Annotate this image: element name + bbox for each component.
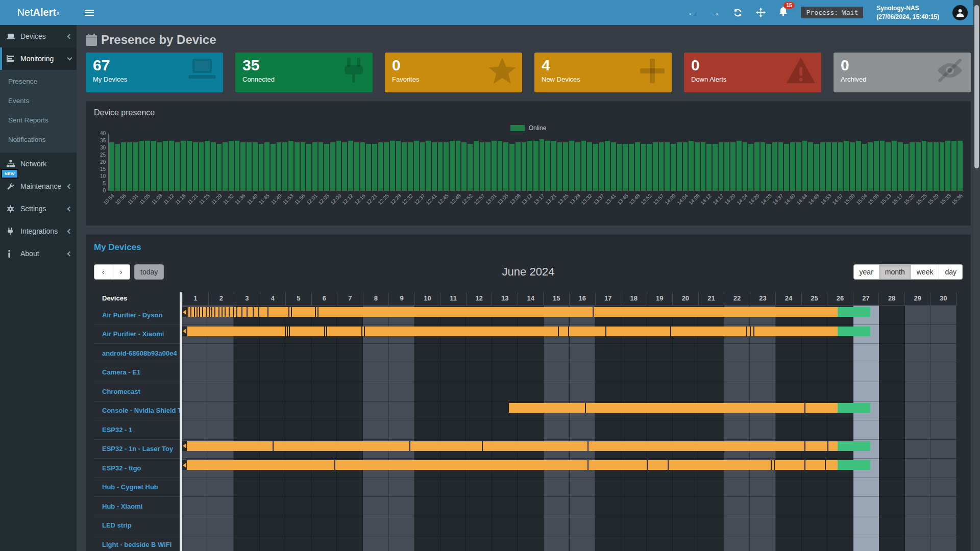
day-header-22[interactable]: 22 [724,292,750,305]
logo-text-net: Net [17,7,33,18]
day-header-24[interactable]: 24 [775,292,801,305]
sidebar-subitem-notifications[interactable]: Notifications [0,130,77,149]
day-header-21[interactable]: 21 [698,292,724,305]
device-link[interactable]: Camera - E1 [102,368,140,376]
day-header-10[interactable]: 10 [414,292,440,305]
card-my-devices[interactable]: 67 My Devices [86,53,223,92]
device-link[interactable]: Console - Nvidia Shield T [102,407,182,414]
day-header-12[interactable]: 12 [466,292,492,305]
device-link[interactable]: Air Purifier - Dyson [102,311,162,319]
day-header-27[interactable]: 27 [853,292,879,305]
notifications-bell[interactable]: 15 [779,7,788,18]
sidebar-item-maintenance[interactable]: NEW Maintenance [0,175,77,197]
online-count-bar [886,142,891,191]
column-resizer[interactable] [180,292,182,551]
forward-arrow-icon[interactable]: → [710,7,720,18]
sidebar-toggle-icon[interactable] [85,8,94,17]
card-favorites[interactable]: 0 Favorites [385,53,522,92]
presence-gap [289,327,290,336]
day-header-30[interactable]: 30 [930,292,957,305]
day-header-13[interactable]: 13 [492,292,518,305]
device-link[interactable]: Air Purifier - Xiaomi [102,330,164,338]
device-link[interactable]: LED strip [102,521,132,529]
online-now-bar[interactable] [838,441,870,451]
presence-bar[interactable] [182,460,838,470]
device-link[interactable]: ESP32 - ttgo [102,464,141,472]
day-header-29[interactable]: 29 [904,292,930,305]
device-link[interactable]: android-68608b93a00e4 [102,349,177,357]
sidebar-item-about[interactable]: About [0,242,77,265]
presence-bar[interactable] [509,403,838,413]
user-avatar[interactable] [952,5,968,20]
online-count-bar [665,142,670,191]
laptop-icon [186,57,218,86]
sidebar-item-integrations[interactable]: Integrations [0,220,77,242]
online-now-bar[interactable] [838,307,870,317]
day-header-5[interactable]: 5 [285,292,311,305]
card-down-alerts[interactable]: 0 Down Alerts [684,53,821,92]
sidebar-item-devices[interactable]: Devices [0,25,77,47]
device-link[interactable]: ESP32 - 1n - Laser Toy [102,445,173,453]
presence-bar[interactable] [182,327,838,336]
presence-gap [361,327,362,336]
back-arrow-icon[interactable]: ← [687,7,697,18]
day-header-18[interactable]: 18 [621,292,647,305]
logo-text-alert: Alert [33,7,57,18]
day-header-6[interactable]: 6 [311,292,337,305]
sidebar-item-label: Monitoring [20,55,68,63]
scrollbar-thumb[interactable] [974,5,979,168]
day-header-17[interactable]: 17 [595,292,621,305]
day-header-23[interactable]: 23 [750,292,776,305]
app-logo[interactable]: NetAlertx [0,0,77,25]
sidebar-subitem-sent-reports[interactable]: Sent Reports [0,111,77,130]
online-count-bar [426,141,431,191]
presence-gap [753,327,754,336]
page-scrollbar[interactable] [973,0,980,551]
card-connected[interactable]: 35 Connected [235,53,373,92]
day-header-28[interactable]: 28 [878,292,904,305]
day-header-8[interactable]: 8 [363,292,389,305]
host-datetime: (27/06/2024, 15:40:15) [876,13,939,21]
day-header-19[interactable]: 19 [647,292,673,305]
card-new-devices[interactable]: 4 New Devices [534,53,672,92]
day-header-20[interactable]: 20 [672,292,698,305]
sidebar-subitem-events[interactable]: Events [0,91,77,111]
online-count-bar [945,141,950,191]
day-header-15[interactable]: 15 [543,292,569,305]
day-header-1[interactable]: 1 [182,292,208,305]
device-link[interactable]: Hub - Cygnet Hub [102,483,158,491]
online-count-bar [378,142,383,191]
online-count-bar [832,142,837,191]
presence-bar[interactable] [182,441,838,451]
online-count-bar [468,144,473,191]
sidebar-item-label: About [20,249,68,258]
device-link[interactable]: ESP32 - 1 [102,426,132,434]
day-header-16[interactable]: 16 [569,292,595,305]
day-header-11[interactable]: 11 [440,292,466,305]
day-header-9[interactable]: 9 [388,292,414,305]
day-header-3[interactable]: 3 [234,292,260,305]
presence-bar[interactable] [182,307,838,317]
day-header-4[interactable]: 4 [260,292,286,305]
move-arrows-icon[interactable] [756,8,766,17]
presence-gap [187,307,188,317]
card-archived[interactable]: 0 Archived [834,53,971,92]
sidebar-item-settings[interactable]: Settings [0,197,77,220]
day-header-25[interactable]: 25 [801,292,827,305]
day-header-14[interactable]: 14 [518,292,544,305]
day-header-26[interactable]: 26 [827,292,853,305]
online-now-bar[interactable] [838,403,870,413]
day-header-7[interactable]: 7 [337,292,363,305]
refresh-icon[interactable] [733,8,743,17]
device-link[interactable]: Chromecast [102,388,140,395]
presence-gap [291,307,292,317]
day-header-2[interactable]: 2 [208,292,234,305]
chart-legend[interactable]: Online [94,124,963,132]
online-now-bar[interactable] [838,460,870,470]
sidebar-item-monitoring[interactable]: Monitoring [0,47,77,70]
sidebar-subitem-presence[interactable]: Presence [0,72,77,91]
device-link[interactable]: Hub - Xiaomi [102,503,142,510]
sidebar-item-label: Network [20,160,71,168]
online-now-bar[interactable] [838,327,870,336]
device-link[interactable]: Light - bedside B WiFi [102,541,172,548]
